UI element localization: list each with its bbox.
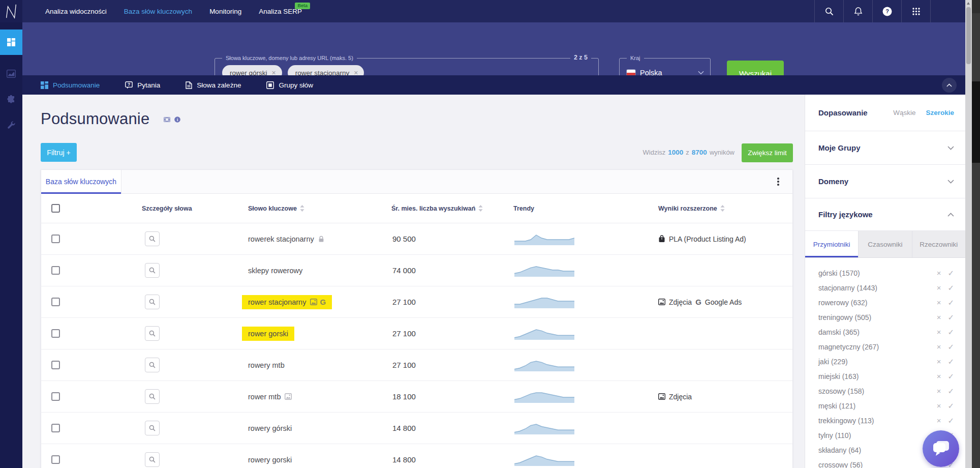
results-shown[interactable]: 1000 <box>668 149 683 156</box>
exclude-x-icon[interactable]: × <box>937 357 941 366</box>
section-match: Dopasowanie Wąskie Szerokie <box>805 95 965 131</box>
nav-item[interactable]: Analiza SERPBeta <box>259 8 302 15</box>
include-check-icon[interactable]: ✓ <box>947 416 954 425</box>
subnav-tab[interactable]: Grupy słów <box>266 81 313 89</box>
table-row: rowery mtb27 100 <box>41 349 792 381</box>
scroll-up-arrow-icon[interactable] <box>967 2 970 5</box>
select-all-checkbox[interactable] <box>51 204 60 213</box>
google-g-icon: G <box>695 298 701 306</box>
include-check-icon[interactable]: ✓ <box>947 357 954 366</box>
include-check-icon[interactable]: ✓ <box>947 372 954 381</box>
app-logo[interactable] <box>0 0 22 22</box>
filter-tab[interactable]: Przymiotniki <box>805 231 859 257</box>
kebab-menu-icon[interactable] <box>773 177 783 187</box>
row-checkbox[interactable] <box>51 392 60 401</box>
page-scrollbar-thumb[interactable] <box>966 7 971 64</box>
subnav-tab[interactable]: Słowa zależne <box>186 81 241 89</box>
include-check-icon[interactable]: ✓ <box>947 387 954 396</box>
notifications-bell-icon[interactable] <box>843 0 872 22</box>
keyword-details-button[interactable] <box>145 295 160 309</box>
include-check-icon[interactable]: ✓ <box>947 298 954 307</box>
rail-item-integrations[interactable] <box>0 86 22 112</box>
column-header[interactable]: Słowo kluczowe <box>248 205 391 212</box>
keyword-cell[interactable]: rowery gorski <box>248 456 292 464</box>
search-icon[interactable] <box>814 0 843 22</box>
tab-keyword-database[interactable]: Baza słów kluczowych <box>41 170 121 193</box>
keyword-cell[interactable]: rower gorski <box>242 327 294 341</box>
include-check-icon[interactable]: ✓ <box>947 401 954 411</box>
rail-item-charts[interactable] <box>0 61 22 86</box>
include-check-icon[interactable]: ✓ <box>947 269 954 278</box>
exclude-x-icon[interactable]: × <box>937 372 941 381</box>
exclude-x-icon[interactable]: × <box>937 298 941 307</box>
match-option-narrow[interactable]: Wąskie <box>893 109 915 116</box>
subnav-tab[interactable]: ?Pytania <box>125 81 160 89</box>
keyword-details-button[interactable] <box>145 421 160 435</box>
keyword-cell[interactable]: rower stacjonarnyG <box>242 295 332 309</box>
row-checkbox[interactable] <box>51 235 60 243</box>
collapse-panel-button[interactable] <box>942 78 957 93</box>
exclude-x-icon[interactable]: × <box>937 283 941 292</box>
exclude-x-icon[interactable]: × <box>937 269 941 278</box>
column-header[interactable]: Śr. mies. liczba wyszukiwań <box>391 205 513 212</box>
row-checkbox[interactable] <box>51 266 60 275</box>
exclude-x-icon[interactable]: × <box>937 342 941 352</box>
keyword-details-button[interactable] <box>145 263 160 278</box>
filter-term: crossowy (56) <box>818 461 863 468</box>
include-check-icon[interactable]: ✓ <box>947 328 954 337</box>
sort-icon[interactable] <box>478 205 483 212</box>
row-checkbox[interactable] <box>51 424 60 432</box>
keyword-cell[interactable]: rowery mtb <box>248 361 285 369</box>
apps-grid-icon[interactable] <box>901 0 931 22</box>
filter-button[interactable]: Filtruj + <box>41 143 77 162</box>
chart-icon <box>7 70 16 78</box>
results-total[interactable]: 8700 <box>692 149 707 156</box>
magnifier-icon <box>149 425 156 431</box>
exclude-x-icon[interactable]: × <box>937 401 941 411</box>
row-checkbox[interactable] <box>51 361 60 369</box>
keyword-details-button[interactable] <box>145 231 160 246</box>
rail-item-dashboard[interactable] <box>0 30 22 55</box>
include-check-icon[interactable]: ✓ <box>947 313 954 322</box>
keyword-details-button[interactable] <box>145 326 160 341</box>
keyword-cell[interactable]: rower mtb <box>248 393 292 401</box>
info-icon[interactable]: i <box>174 116 180 123</box>
keyword-details-button[interactable] <box>145 452 160 467</box>
section-domains[interactable]: Domeny <box>805 165 965 198</box>
results-count: Widzisz 1000 z 8700 wyników <box>625 149 734 156</box>
include-check-icon[interactable]: ✓ <box>947 342 954 352</box>
increase-limit-button[interactable]: Zwiększ limit <box>742 143 793 162</box>
column-header[interactable]: Wyniki rozszerzone <box>658 205 792 212</box>
row-checkbox[interactable] <box>51 329 60 338</box>
sort-icon[interactable] <box>720 205 725 212</box>
keyword-cell[interactable]: sklepy rowerowy <box>248 267 302 275</box>
exclude-x-icon[interactable]: × <box>937 328 941 337</box>
chat-button[interactable] <box>923 430 959 467</box>
subnav-tab[interactable]: Podsumowanie <box>41 81 100 89</box>
keyword-details-button[interactable] <box>145 358 160 372</box>
keyword-cell[interactable]: rowery górski <box>248 424 292 432</box>
row-checkbox[interactable] <box>51 455 60 464</box>
keyword-text: rower mtb <box>248 393 281 401</box>
section-language-filters[interactable]: Filtry językowe <box>805 198 965 231</box>
row-checkbox[interactable] <box>51 298 60 306</box>
exclude-x-icon[interactable]: × <box>937 387 941 396</box>
exclude-x-icon[interactable]: × <box>937 416 941 425</box>
nav-item[interactable]: Analiza widoczności <box>45 8 107 15</box>
match-option-broad[interactable]: Szerokie <box>926 109 954 116</box>
nav-item[interactable]: Monitoring <box>209 8 241 15</box>
filter-tab[interactable]: Rzeczowniki <box>912 231 965 257</box>
nav-item[interactable]: Baza słów kluczowych <box>124 8 192 15</box>
filter-tab[interactable]: Czasowniki <box>859 231 912 257</box>
keyword-details-button[interactable] <box>145 389 160 404</box>
sort-icon[interactable] <box>300 205 304 212</box>
keyword-cell[interactable]: rowerek stacjonarny <box>248 235 324 243</box>
exclude-x-icon[interactable]: × <box>937 313 941 322</box>
section-my-groups[interactable]: Moje Grupy <box>805 131 965 165</box>
page-scrollbar[interactable] <box>965 0 972 468</box>
window-scrollbar[interactable] <box>972 0 980 468</box>
window-scrollbar-thumb[interactable] <box>972 81 980 163</box>
help-icon[interactable]: ? <box>872 0 901 22</box>
rail-item-tools[interactable] <box>0 112 22 137</box>
include-check-icon[interactable]: ✓ <box>947 283 954 292</box>
